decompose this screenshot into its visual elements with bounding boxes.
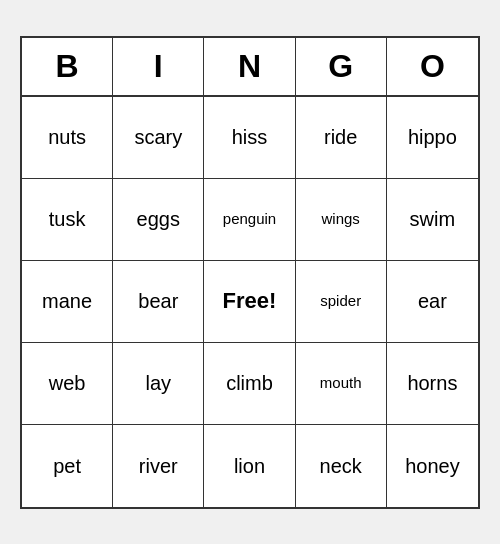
cell-text-r0-c1: scary xyxy=(134,125,182,149)
cell-r0-c1: scary xyxy=(113,97,204,179)
cell-r4-c4: honey xyxy=(387,425,478,507)
cell-r2-c4: ear xyxy=(387,261,478,343)
bingo-card: BINGO nutsscaryhissridehippotuskeggspeng… xyxy=(20,36,480,509)
header-letter-n: N xyxy=(204,38,295,95)
cell-r2-c0: mane xyxy=(22,261,113,343)
header-letter-i: I xyxy=(113,38,204,95)
cell-r1-c0: tusk xyxy=(22,179,113,261)
cell-r4-c0: pet xyxy=(22,425,113,507)
cell-text-r4-c4: honey xyxy=(405,454,460,478)
cell-text-r2-c3: spider xyxy=(320,292,361,310)
cell-r3-c0: web xyxy=(22,343,113,425)
cell-r4-c1: river xyxy=(113,425,204,507)
cell-text-r0-c4: hippo xyxy=(408,125,457,149)
bingo-grid: nutsscaryhissridehippotuskeggspenguinwin… xyxy=(22,97,478,507)
cell-r2-c2: Free! xyxy=(204,261,295,343)
cell-text-r3-c3: mouth xyxy=(320,374,362,392)
cell-text-r3-c2: climb xyxy=(226,371,273,395)
cell-r3-c1: lay xyxy=(113,343,204,425)
cell-r0-c3: ride xyxy=(296,97,387,179)
cell-r3-c2: climb xyxy=(204,343,295,425)
header-letter-b: B xyxy=(22,38,113,95)
cell-text-r0-c3: ride xyxy=(324,125,357,149)
cell-r1-c4: swim xyxy=(387,179,478,261)
cell-text-r1-c3: wings xyxy=(322,210,360,228)
cell-text-r1-c1: eggs xyxy=(137,207,180,231)
cell-text-r0-c0: nuts xyxy=(48,125,86,149)
cell-r2-c1: bear xyxy=(113,261,204,343)
cell-text-r1-c2: penguin xyxy=(223,210,276,228)
cell-r3-c4: horns xyxy=(387,343,478,425)
cell-r4-c3: neck xyxy=(296,425,387,507)
cell-r2-c3: spider xyxy=(296,261,387,343)
cell-text-r4-c0: pet xyxy=(53,454,81,478)
cell-r0-c2: hiss xyxy=(204,97,295,179)
cell-text-r2-c2: Free! xyxy=(223,288,277,314)
cell-text-r2-c4: ear xyxy=(418,289,447,313)
cell-text-r2-c0: mane xyxy=(42,289,92,313)
cell-r3-c3: mouth xyxy=(296,343,387,425)
cell-text-r3-c0: web xyxy=(49,371,86,395)
cell-r1-c2: penguin xyxy=(204,179,295,261)
header-letter-g: G xyxy=(296,38,387,95)
cell-r1-c3: wings xyxy=(296,179,387,261)
cell-text-r3-c4: horns xyxy=(407,371,457,395)
cell-text-r4-c2: lion xyxy=(234,454,265,478)
cell-r0-c0: nuts xyxy=(22,97,113,179)
cell-r4-c2: lion xyxy=(204,425,295,507)
cell-r1-c1: eggs xyxy=(113,179,204,261)
cell-text-r1-c4: swim xyxy=(410,207,456,231)
cell-r0-c4: hippo xyxy=(387,97,478,179)
cell-text-r4-c1: river xyxy=(139,454,178,478)
cell-text-r1-c0: tusk xyxy=(49,207,86,231)
header-letter-o: O xyxy=(387,38,478,95)
cell-text-r3-c1: lay xyxy=(146,371,172,395)
cell-text-r2-c1: bear xyxy=(138,289,178,313)
cell-text-r4-c3: neck xyxy=(320,454,362,478)
cell-text-r0-c2: hiss xyxy=(232,125,268,149)
bingo-header: BINGO xyxy=(22,38,478,97)
